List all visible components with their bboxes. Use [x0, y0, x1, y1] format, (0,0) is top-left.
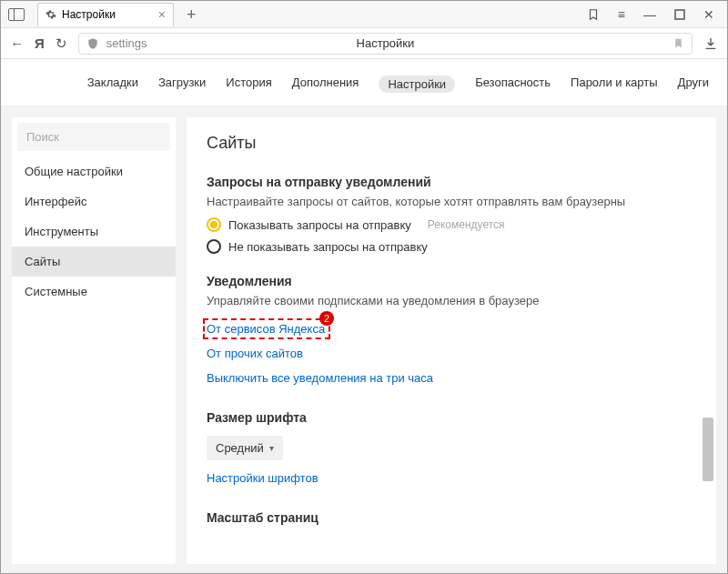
search-input[interactable]: Поиск: [17, 123, 170, 151]
gear-icon: [46, 9, 56, 20]
sidebar-item-interface[interactable]: Интерфейс: [12, 186, 176, 217]
font-size-select[interactable]: Средний ▾: [207, 436, 283, 460]
recommended-label: Рекомендуется: [428, 218, 505, 231]
maximize-button[interactable]: [674, 9, 685, 20]
navtab-other[interactable]: Други: [678, 76, 709, 93]
address-bar[interactable]: settings Настройки: [78, 33, 693, 55]
link-other-sites[interactable]: От прочих сайтов: [207, 347, 303, 360]
bookmark-ribbon-icon[interactable]: [587, 7, 600, 22]
radio-hide-requests[interactable]: Не показывать запросы на отправку: [207, 239, 696, 254]
annotation-badge-2: 2: [319, 311, 334, 326]
sidebar-item-sites[interactable]: Сайты: [12, 247, 176, 277]
sidebar-item-general[interactable]: Общие настройки: [12, 156, 176, 186]
section-notifications-desc: Управляйте своими подписками на уведомле…: [207, 294, 696, 307]
settings-sidebar: Поиск Общие настройки Интерфейс Инструме…: [12, 117, 176, 564]
select-value: Средний: [216, 441, 264, 455]
back-button[interactable]: ←: [10, 35, 24, 51]
navtab-history[interactable]: История: [226, 76, 271, 93]
svg-rect-0: [675, 10, 684, 19]
tab-title: Настройки: [62, 8, 116, 21]
page-heading: Сайты: [207, 134, 696, 153]
navtab-settings[interactable]: Настройки: [379, 76, 455, 93]
radio-label: Не показывать запросы на отправку: [228, 240, 428, 254]
chevron-down-icon: ▾: [269, 443, 274, 453]
section-notifications-heading: Уведомления: [207, 274, 696, 288]
annotation-callout-2: [203, 318, 330, 339]
radio-icon: [207, 239, 221, 254]
settings-nav: Закладки Загрузки История Дополнения Нас…: [1, 59, 727, 106]
main-panel: Сайты Запросы на отправку уведомлений На…: [187, 117, 716, 564]
browser-tab[interactable]: Настройки ×: [37, 3, 174, 26]
radio-icon: [207, 217, 221, 232]
panel-toggle-icon[interactable]: [8, 8, 25, 21]
url-text: settings: [106, 36, 147, 50]
reload-button[interactable]: ↻: [56, 35, 67, 52]
link-mute-3h[interactable]: Выключить все уведомления на три часа: [207, 371, 433, 385]
navtab-security[interactable]: Безопасность: [475, 76, 551, 93]
section-font-size-heading: Размер шрифта: [207, 410, 696, 425]
sidebar-item-tools[interactable]: Инструменты: [12, 217, 176, 247]
minimize-button[interactable]: —: [643, 7, 656, 22]
shield-icon: [86, 37, 99, 50]
new-tab-button[interactable]: +: [187, 6, 197, 23]
yandex-home-icon[interactable]: Я: [35, 35, 45, 51]
section-notif-requests-desc: Настраивайте запросы от сайтов, которые …: [207, 195, 696, 208]
navtab-passwords[interactable]: Пароли и карты: [571, 76, 658, 93]
section-page-zoom-heading: Масштаб страниц: [207, 510, 696, 525]
navtab-addons[interactable]: Дополнения: [292, 76, 359, 93]
scrollbar-thumb[interactable]: [703, 418, 713, 481]
section-notif-requests-heading: Запросы на отправку уведомлений: [207, 175, 696, 189]
navtab-downloads[interactable]: Загрузки: [158, 76, 206, 93]
sidebar-item-system[interactable]: Системные: [12, 277, 176, 307]
close-tab-icon[interactable]: ×: [158, 7, 166, 22]
navtab-bookmarks[interactable]: Закладки: [87, 76, 138, 93]
radio-show-requests[interactable]: Показывать запросы на отправку Рекоменду…: [207, 217, 696, 232]
menu-icon[interactable]: ≡: [618, 7, 625, 22]
radio-label: Показывать запросы на отправку: [228, 218, 411, 232]
bookmark-icon[interactable]: [672, 36, 684, 50]
page-title-in-bar: Настройки: [357, 36, 415, 50]
link-font-settings[interactable]: Настройки шрифтов: [207, 471, 318, 485]
downloads-icon[interactable]: [703, 36, 718, 51]
close-window-button[interactable]: ✕: [703, 7, 714, 22]
